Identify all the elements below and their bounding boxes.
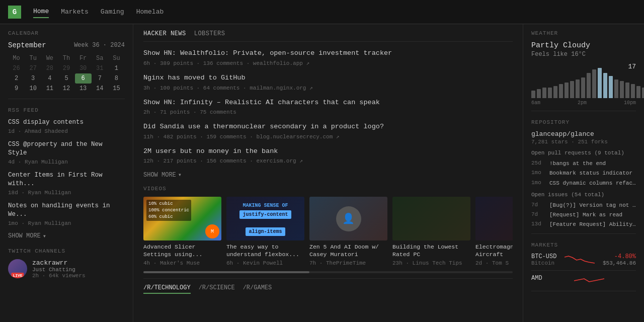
video-card[interactable]: 10% cubic100% concentric60% cubic M Adva… xyxy=(143,197,221,266)
weather-chart: 17 xyxy=(531,63,636,98)
news-title: Show HN: Wealthfolio: Private, open-sour… xyxy=(143,49,513,58)
right-sidebar: WEATHER Partly Cloudy Feels like 16°C 17… xyxy=(523,24,644,322)
rss-item[interactable]: Center Items in First Row with... 18d · … xyxy=(8,171,125,196)
weather-temp: 17 xyxy=(628,63,636,70)
twitch-list: LIVE zackrawrr Just Chatting 2h · 64k vi… xyxy=(8,259,125,279)
calendar-week: Week 36 · 2024 xyxy=(74,42,125,49)
subreddit-tab[interactable]: /R/SCIENCE xyxy=(199,283,235,294)
calendar-day[interactable]: 27 xyxy=(25,63,41,73)
video-card[interactable]: Electromagnetic Aircraft 2d · Tom S xyxy=(475,197,513,266)
calendar-day[interactable]: 4 xyxy=(41,73,58,84)
video-card[interactable]: 👤 Zen 5 And AI Doom w/ Casey Muratori 7h… xyxy=(309,197,387,266)
pr-title: !bangs at the end xyxy=(549,160,606,167)
video-card[interactable]: MAKING SENSE OFjustify-contentalign-item… xyxy=(226,197,304,266)
weather-bar xyxy=(565,83,569,98)
market-change: -4.80% xyxy=(603,253,636,260)
calendar-day-header: Tu xyxy=(25,53,41,63)
calendar-day[interactable]: 30 xyxy=(75,63,92,73)
market-item[interactable]: BTC-USD Bitcoin -4.80% $53,464.86 xyxy=(531,253,636,271)
weather-bar xyxy=(587,73,591,98)
pr-item[interactable]: 1mo CSS dynamic columns refactor an... xyxy=(531,180,636,187)
rss-show-more[interactable]: SHOW MORE ▾ xyxy=(8,232,125,240)
weather-bar xyxy=(625,83,629,98)
market-item[interactable]: AMD xyxy=(531,275,636,291)
pr-item[interactable]: 1mo Bookmark status indicator xyxy=(531,170,636,177)
weather-bar xyxy=(581,77,585,98)
main-layout: CALENDAR September Week 36 · 2024 MoTuWe… xyxy=(0,24,644,322)
pr-item[interactable]: 25d !bangs at the end xyxy=(531,160,636,167)
calendar-day[interactable]: 13 xyxy=(75,84,92,94)
tab-hacker-news[interactable]: HACKER NEWS xyxy=(143,30,186,37)
weather-bar xyxy=(542,88,546,98)
subreddit-tab[interactable]: /R/TECHNOLOGY xyxy=(143,283,191,294)
calendar-day[interactable]: 12 xyxy=(58,84,74,94)
left-sidebar: CALENDAR September Week 36 · 2024 MoTuWe… xyxy=(0,24,133,322)
news-item[interactable]: Nginx has moved to GitHub 3h · 100 point… xyxy=(143,73,513,91)
nav-homelab[interactable]: Homelab xyxy=(136,6,164,18)
rss-title: CSS @property and the New Style xyxy=(8,140,125,158)
video-thumbnail: 👤 xyxy=(309,197,387,240)
video-title: Building the Lowest Rated PC xyxy=(392,244,470,259)
calendar-day[interactable]: 15 xyxy=(108,84,125,94)
news-title: Did Sandia use a thermonuclear secondary… xyxy=(143,122,513,132)
rss-meta: 1d · Ahmad Shadeed xyxy=(8,128,125,134)
weather-feels: Feels like 16°C xyxy=(531,51,636,58)
calendar-day[interactable]: 8 xyxy=(108,73,125,84)
calendar-day[interactable]: 10 xyxy=(25,84,41,94)
nav-markets[interactable]: Markets xyxy=(61,6,89,18)
news-tab-bar: HACKER NEWS LOBSTERS xyxy=(143,30,513,42)
tab-lobsters[interactable]: LOBSTERS xyxy=(194,30,225,37)
calendar-day[interactable]: 29 xyxy=(58,63,74,73)
rss-item[interactable]: CSS display contents 1d · Ahmad Shadeed xyxy=(8,118,125,134)
weather-bar xyxy=(570,81,574,98)
calendar-day[interactable]: 7 xyxy=(92,73,108,84)
issue-item[interactable]: 7d [Request] Mark as read xyxy=(531,211,636,218)
rss-item[interactable]: CSS @property and the New Style 4d · Rya… xyxy=(8,140,125,165)
nav-home[interactable]: Home xyxy=(33,6,49,18)
calendar-day[interactable]: 28 xyxy=(41,63,58,73)
rss-section-title: RSS FEED xyxy=(8,107,125,113)
pr-age: 1mo xyxy=(531,170,545,177)
news-show-more[interactable]: SHOW MORE ▾ xyxy=(143,171,513,179)
issue-item[interactable]: 7d [Bug(?)] Version tag not showin... xyxy=(531,202,636,209)
weather-bar xyxy=(537,89,541,98)
weather-description: Partly Cloudy xyxy=(531,41,636,50)
weather-labels: 6am 2pm 10pm xyxy=(531,100,636,106)
calendar-day[interactable]: 1 xyxy=(108,63,125,73)
news-meta: 6h · 389 points · 136 comments · wealthf… xyxy=(143,60,513,66)
calendar-day[interactable]: 14 xyxy=(92,84,108,94)
calendar-day-header: Mo xyxy=(8,53,25,63)
rss-item[interactable]: Notes on handling events in We... 1mo · … xyxy=(8,202,125,226)
calendar-day[interactable]: 31 xyxy=(92,63,108,73)
calendar-day[interactable]: 11 xyxy=(41,84,58,94)
video-meta: 6h · Kevin Powell xyxy=(226,260,304,266)
repo-name[interactable]: glanceapp/glance xyxy=(531,130,636,138)
calendar-day[interactable]: 26 xyxy=(8,63,25,73)
weather-bar xyxy=(603,73,607,98)
repo-section-title: REPOSITORY xyxy=(531,119,636,125)
nav-gaming[interactable]: Gaming xyxy=(101,6,124,18)
top-nav: G Home Markets Gaming Homelab xyxy=(0,0,644,24)
subreddit-tab[interactable]: /R/GAMES xyxy=(243,283,272,294)
news-item[interactable]: Show HN: Wealthfolio: Private, open-sour… xyxy=(143,49,513,66)
weather-bar xyxy=(592,69,596,98)
live-badge: LIVE xyxy=(11,273,24,278)
market-name: AMD xyxy=(531,275,542,282)
calendar-day[interactable]: 5 xyxy=(58,73,74,84)
news-item[interactable]: 2M users but no money in the bank 12h · … xyxy=(143,147,513,165)
twitch-item[interactable]: LIVE zackrawrr Just Chatting 2h · 64k vi… xyxy=(8,259,125,279)
calendar-day[interactable]: 3 xyxy=(25,73,41,84)
calendar-day[interactable]: 2 xyxy=(8,73,25,84)
pr-list: 25d !bangs at the end1mo Bookmark status… xyxy=(531,160,636,187)
video-title: Advanced Slicer Settings using... xyxy=(143,244,221,259)
pr-title: Bookmark status indicator xyxy=(549,170,632,177)
market-info: AMD xyxy=(531,275,542,282)
issue-item[interactable]: 13d [Feature Request] Ability to ch... xyxy=(531,221,636,228)
calendar-day[interactable]: 9 xyxy=(8,84,25,94)
news-item[interactable]: Show HN: Infinity – Realistic AI charact… xyxy=(143,98,513,115)
news-meta: 2h · 71 points · 75 comments xyxy=(143,109,513,115)
video-card[interactable]: Building the Lowest Rated PC 23h · Linus… xyxy=(392,197,470,266)
news-item[interactable]: Did Sandia use a thermonuclear secondary… xyxy=(143,122,513,140)
calendar-day[interactable]: 6 xyxy=(75,73,92,84)
video-meta: 7h · ThePrimeTime xyxy=(309,260,387,266)
